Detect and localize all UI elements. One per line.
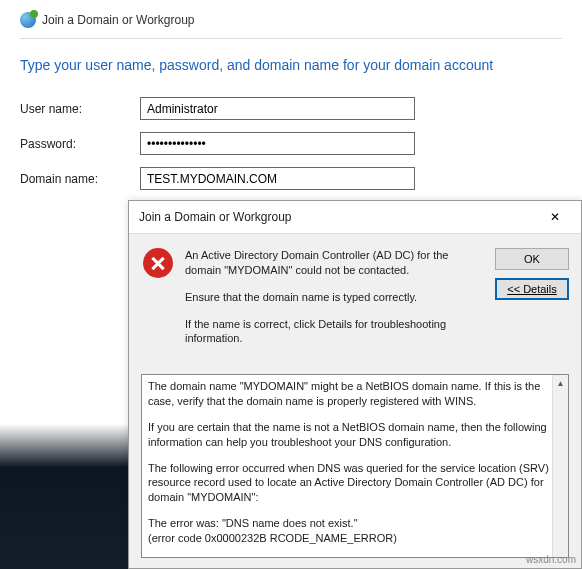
main-window: Join a Domain or Workgroup Type your use…	[0, 0, 582, 222]
dialog-title: Join a Domain or Workgroup	[139, 210, 292, 224]
domain-label: Domain name:	[20, 172, 140, 186]
ok-button[interactable]: OK	[495, 248, 569, 270]
error-icon	[143, 248, 173, 278]
error-message-3: If the name is correct, click Details fo…	[185, 317, 483, 347]
error-dialog: Join a Domain or Workgroup ✕ An Active D…	[128, 200, 582, 569]
scrollbar[interactable]: ▲	[552, 375, 568, 557]
username-row: User name:	[20, 97, 562, 120]
message-column: An Active Directory Domain Controller (A…	[185, 248, 483, 358]
page-heading: Type your user name, password, and domai…	[20, 57, 562, 73]
details-text[interactable]: The domain name "MYDOMAIN" might be a Ne…	[142, 375, 568, 557]
domain-row: Domain name:	[20, 167, 562, 190]
details-p1: The domain name "MYDOMAIN" might be a Ne…	[148, 379, 550, 409]
details-p3: The following error occurred when DNS wa…	[148, 461, 550, 506]
domain-input[interactable]	[140, 167, 415, 190]
details-p5: (error code 0x0000232B RCODE_NAME_ERROR)	[148, 531, 550, 546]
watermark: wsxdn.com	[526, 554, 576, 565]
details-button[interactable]: << Details	[495, 278, 569, 300]
dialog-titlebar: Join a Domain or Workgroup ✕	[129, 201, 581, 234]
details-box: The domain name "MYDOMAIN" might be a Ne…	[141, 374, 569, 558]
dialog-body: An Active Directory Domain Controller (A…	[129, 234, 581, 368]
separator	[20, 38, 562, 39]
network-globe-icon	[20, 12, 36, 28]
error-message-1: An Active Directory Domain Controller (A…	[185, 248, 483, 278]
background-band	[0, 424, 130, 569]
password-input[interactable]	[140, 132, 415, 155]
scroll-up-icon[interactable]: ▲	[553, 375, 568, 391]
password-label: Password:	[20, 137, 140, 151]
details-p2: If you are certain that the name is not …	[148, 420, 550, 450]
username-label: User name:	[20, 102, 140, 116]
details-p4: The error was: "DNS name does not exist.…	[148, 516, 550, 531]
password-row: Password:	[20, 132, 562, 155]
window-title: Join a Domain or Workgroup	[42, 13, 195, 27]
username-input[interactable]	[140, 97, 415, 120]
window-titlebar: Join a Domain or Workgroup	[20, 8, 562, 36]
error-message-2: Ensure that the domain name is typed cor…	[185, 290, 483, 305]
close-button[interactable]: ✕	[537, 207, 573, 227]
button-column: OK << Details	[495, 248, 569, 358]
